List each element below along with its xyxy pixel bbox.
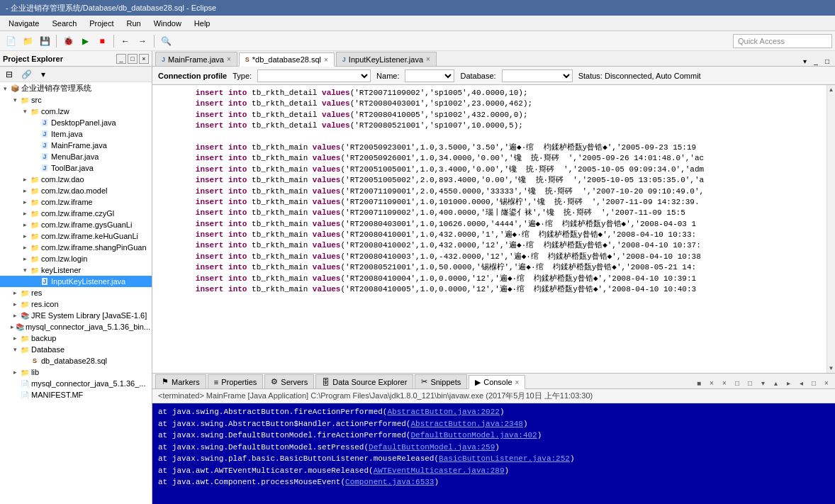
tree-arrow-Database[interactable]: ▾ — [10, 346, 20, 353]
tree-arrow-com.lzw.iframe[interactable]: ▸ — [20, 198, 30, 206]
tree-link-editor-btn[interactable]: 🔗 — [18, 67, 34, 82]
bottom-tab-markers[interactable]: ⚑ Markers — [155, 374, 206, 388]
tree-item-com.lzw.iframe.gysGuanLi[interactable]: ▸📁com.lzw.iframe.gysGuanLi — [0, 219, 152, 230]
tree-arrow-com.lzw.dao[interactable]: ▸ — [20, 176, 30, 183]
console-output[interactable]: at java.swing.AbstractButton.fireActionP… — [152, 403, 835, 504]
tree-collapse-all-btn[interactable]: ⊟ — [1, 67, 17, 82]
tree-item-db_database28.sql[interactable]: Sdb_database28.sql — [0, 355, 152, 366]
tree-item-com.lzw.iframe.keHuGuanLi[interactable]: ▸📁com.lzw.iframe.keHuGuanLi — [0, 230, 152, 242]
tree-arrow-keyListener[interactable]: ▾ — [20, 267, 30, 274]
panel-close-btn[interactable]: × — [139, 54, 149, 64]
tree-container[interactable]: ▾📦企业进销存管理系统▾📁src▾📁com.lzwJDesktopPanel.j… — [0, 82, 152, 504]
bottom-tab-datasource[interactable]: 🗄 Data Source Explorer — [315, 374, 413, 388]
tab-ctrl-minimize[interactable]: _ — [811, 56, 821, 66]
bottom-tab-console[interactable]: ▶ Console × — [469, 375, 525, 389]
btm-right-btn[interactable]: ▸ — [783, 377, 794, 388]
toolbar-back-btn[interactable]: ← — [118, 33, 133, 49]
tree-item-res.icon[interactable]: ▸📁res.icon — [0, 298, 152, 310]
toolbar-new-btn[interactable]: 📄 — [3, 33, 18, 49]
tree-item-Item.java[interactable]: JItem.java — [0, 128, 152, 140]
quick-access-box[interactable]: Quick Access — [733, 34, 832, 48]
tree-arrow-backup[interactable]: ▸ — [10, 335, 20, 342]
menu-run[interactable]: Run — [121, 18, 147, 29]
toolbar-debug-btn[interactable]: 🐞 — [60, 33, 76, 49]
tab-inputkeylistener[interactable]: J InputKeyListener.java × — [336, 52, 437, 66]
tree-arrow-com.lzw.iframe.shangPinGuan[interactable]: ▸ — [20, 244, 30, 251]
tree-item-JRE[interactable]: ▸📚JRE System Library [JavaSE-1.6] — [0, 310, 152, 321]
toolbar-stop-btn[interactable]: ■ — [94, 33, 110, 49]
btm-maximize-btn[interactable]: □ — [808, 377, 819, 388]
tree-item-com.lzw[interactable]: ▾📁com.lzw — [0, 106, 152, 117]
tab-close-inputkey[interactable]: × — [426, 55, 430, 63]
tree-item-com.lzw.iframe.czyGl[interactable]: ▸📁com.lzw.iframe.czyGl — [0, 208, 152, 219]
menu-help[interactable]: Help — [189, 18, 216, 29]
tree-item-com.lzw.iframe.shangPinGuan[interactable]: ▸📁com.lzw.iframe.shangPinGuan — [0, 242, 152, 253]
bottom-tab-snippets[interactable]: ✂ Snippets — [415, 374, 467, 388]
btm-close2-btn[interactable]: × — [821, 377, 832, 388]
editor-scrollbar[interactable]: ▲ ▼ — [826, 85, 835, 373]
toolbar-save-btn[interactable]: 💾 — [37, 33, 52, 49]
tree-item-res[interactable]: ▸📁res — [0, 287, 152, 298]
tree-item-Database[interactable]: ▾📁Database — [0, 344, 152, 355]
tree-item-com.lzw.dao[interactable]: ▸📁com.lzw.dao — [0, 174, 152, 185]
bottom-tab-servers[interactable]: ⚙ Servers — [264, 374, 314, 388]
tree-arrow-JRE[interactable]: ▸ — [10, 312, 20, 319]
tree-item-MenuBar.java[interactable]: JMenuBar.java — [0, 151, 152, 162]
tab-ctrl-maximize[interactable]: □ — [822, 56, 832, 66]
scroll-down-arrow[interactable]: ▼ — [827, 364, 835, 373]
tree-arrow-com.lzw.iframe.gysGuanLi[interactable]: ▸ — [20, 221, 30, 228]
console-tab-close[interactable]: × — [515, 379, 520, 386]
menu-project[interactable]: Project — [84, 18, 119, 29]
tree-arrow-src[interactable]: ▾ — [10, 96, 20, 103]
tree-item-com.lzw.dao.model[interactable]: ▸📁com.lzw.dao.model — [0, 185, 152, 196]
menu-window[interactable]: Window — [148, 18, 187, 29]
tree-arrow-res[interactable]: ▸ — [10, 289, 20, 296]
btm-up-btn[interactable]: ▴ — [770, 377, 781, 388]
tree-menu-btn[interactable]: ▾ — [35, 67, 51, 82]
tree-item-DesktopPanel.java[interactable]: JDesktopPanel.java — [0, 117, 152, 128]
tree-arrow-com.lzw.iframe.keHuGuanLi[interactable]: ▸ — [20, 233, 30, 240]
toolbar-open-btn[interactable]: 📁 — [20, 33, 35, 49]
tree-item-MainFrame.java[interactable]: JMainFrame.java — [0, 140, 152, 151]
tree-arrow-com.lzw[interactable]: ▾ — [20, 108, 30, 115]
tab-close-mainframe[interactable]: × — [227, 55, 231, 63]
tree-item-com.lzw.iframe[interactable]: ▸📁com.lzw.iframe — [0, 196, 152, 208]
tree-arrow-lib[interactable]: ▸ — [10, 369, 20, 376]
tree-item-backup[interactable]: ▸📁backup — [0, 332, 152, 344]
menu-search[interactable]: Search — [46, 18, 82, 29]
tree-arrow-mysql[interactable]: ▸ — [10, 323, 16, 330]
tree-item-src[interactable]: ▾📁src — [0, 94, 152, 106]
btm-btn5[interactable]: □ — [744, 377, 756, 388]
tree-arrow-root[interactable]: ▾ — [0, 85, 10, 92]
tree-arrow-res.icon[interactable]: ▸ — [10, 301, 20, 308]
panel-minimize-btn[interactable]: _ — [116, 54, 126, 64]
code-editor[interactable]: insert into tb_rkth_detail values('RT200… — [152, 85, 826, 373]
tree-item-lib[interactable]: ▸📁lib — [0, 366, 152, 378]
tab-mainframe-java[interactable]: J MainFrame.java × — [155, 52, 237, 66]
btm-menu-btn[interactable]: ▾ — [757, 377, 768, 388]
tab-db-sql[interactable]: S *db_database28.sql × — [239, 52, 335, 67]
tree-arrow-com.lzw.dao.model[interactable]: ▸ — [20, 187, 30, 194]
tree-item-keyListener[interactable]: ▾📁keyListener — [0, 264, 152, 276]
btm-stop-btn[interactable]: ■ — [693, 377, 705, 388]
toolbar-search-btn[interactable]: 🔍 — [158, 33, 174, 49]
tree-item-MANIFEST.MF[interactable]: 📄MANIFEST.MF — [0, 389, 152, 401]
scroll-up-arrow[interactable]: ▲ — [827, 85, 835, 94]
connection-type-select[interactable] — [257, 69, 371, 82]
tree-item-InputKeyListener.java[interactable]: JInputKeyListener.java — [0, 276, 152, 287]
connection-db-select[interactable] — [502, 69, 573, 82]
btm-close-btn[interactable]: × — [706, 377, 717, 388]
panel-maximize-btn[interactable]: □ — [128, 54, 138, 64]
tree-arrow-com.lzw.iframe.czyGl[interactable]: ▸ — [20, 210, 30, 217]
btm-remove-btn[interactable]: × — [719, 377, 730, 388]
toolbar-fwd-btn[interactable]: → — [135, 33, 150, 49]
tree-item-mysql2[interactable]: 📄mysql_connector_java_5.1.36_... — [0, 378, 152, 389]
connection-name-select[interactable] — [405, 69, 454, 82]
menu-navigate[interactable]: Navigate — [3, 18, 45, 29]
toolbar-run-btn[interactable]: ▶ — [77, 33, 93, 49]
bottom-tab-properties[interactable]: ≡ Properties — [208, 374, 264, 388]
tree-arrow-com.lzw.login[interactable]: ▸ — [20, 255, 30, 262]
tree-item-com.lzw.login[interactable]: ▸📁com.lzw.login — [0, 253, 152, 264]
tab-ctrl-menu[interactable]: ▾ — [800, 56, 809, 66]
tab-close-sql[interactable]: × — [324, 56, 328, 64]
